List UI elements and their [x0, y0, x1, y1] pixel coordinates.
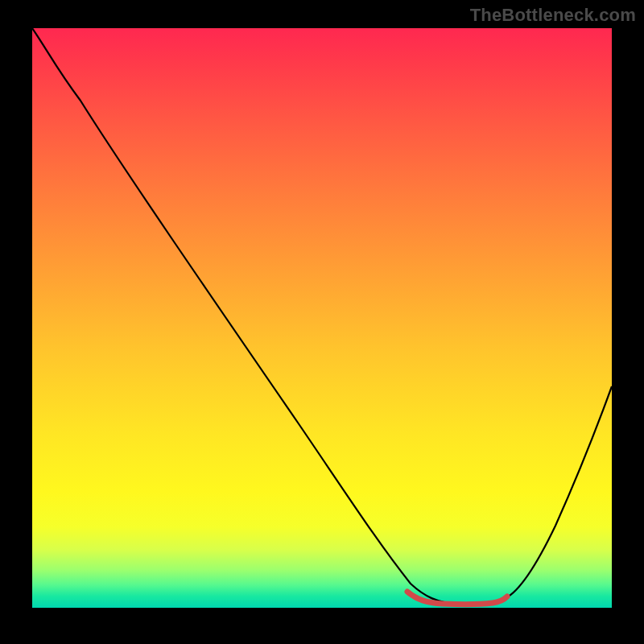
chart-frame: TheBottleneck.com	[0, 0, 644, 644]
bottleneck-curve	[32, 28, 612, 604]
watermark-text: TheBottleneck.com	[470, 5, 636, 26]
plot-area	[32, 28, 612, 608]
curve-svg	[32, 28, 612, 608]
